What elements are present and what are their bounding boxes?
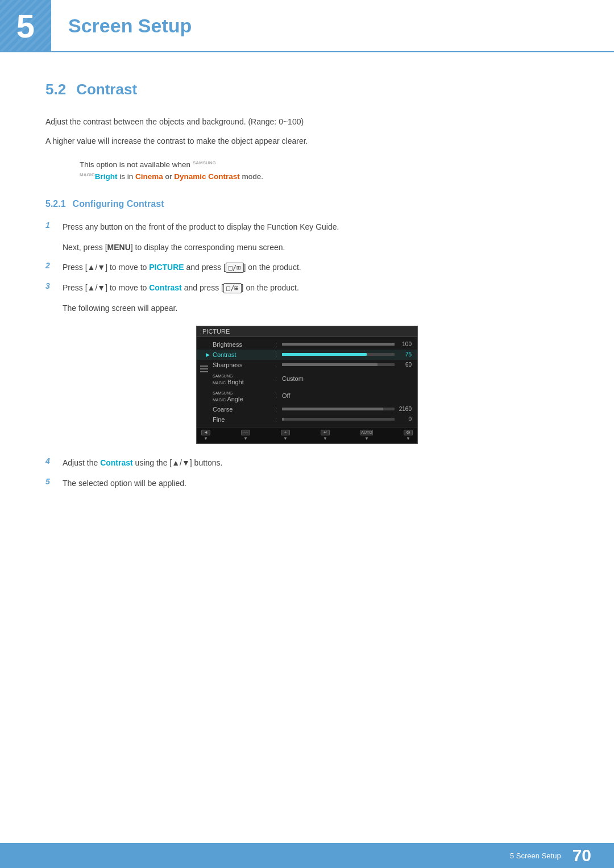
step4-contrast: Contrast — [100, 458, 133, 467]
row-label-fine: Fine — [213, 416, 275, 423]
footer-text: 5 Screen Setup — [510, 852, 561, 860]
row-colon-magic-angle: : — [275, 392, 282, 399]
row-colon-fine: : — [275, 416, 282, 423]
samsung-label: SAMSUNGMAGIC — [213, 374, 233, 385]
step-3: 3 Press [▲/▼] to move to Contrast and pr… — [45, 281, 569, 295]
btn-icon-4: ↵ — [321, 430, 330, 435]
btn-icon-auto-symbol: AUTO — [361, 430, 372, 434]
contrast-indicator: ▶ — [206, 352, 210, 358]
step-1-subtext: Next, press [MENU] to display the corres… — [63, 241, 569, 255]
bar-fill-contrast — [282, 353, 367, 356]
bar-value-contrast: 75 — [397, 351, 412, 358]
bar-track-contrast — [282, 353, 395, 356]
bottom-btn-auto: AUTO ▼ — [360, 430, 373, 441]
screen-title: PICTURE — [202, 328, 230, 335]
step3-key: □/⊞ — [223, 283, 242, 293]
note-text-pre: This option is not available when — [80, 160, 193, 169]
row-colon-magic-bright: : — [275, 375, 282, 382]
step-num-5: 5 — [45, 477, 63, 486]
screen-row-magic-angle: SAMSUNGMAGIC Angle : Off — [197, 387, 417, 404]
row-colon-sharpness: : — [275, 362, 282, 368]
row-bar-fine: 0 — [282, 416, 412, 422]
note-cinema: Cinema — [135, 172, 163, 181]
row-label-contrast: Contrast — [213, 351, 275, 358]
main-content: 5.2 Contrast Adjust the contrast between… — [0, 52, 614, 542]
btn-label-2: ▼ — [243, 436, 248, 441]
screen-rows: Brightness : 100 ▶ Contrast : — [197, 337, 417, 427]
step-num-2: 2 — [45, 261, 63, 270]
samsung-label-angle: SAMSUNGMAGIC — [213, 391, 233, 402]
bar-fill-brightness — [282, 343, 395, 346]
screen-menu-icon — [200, 366, 208, 372]
btn-icon-gear-symbol: ⚙ — [406, 430, 410, 435]
row-label-brightness: Brightness — [213, 341, 275, 348]
row-label-magic-bright: SAMSUNGMAGIC Bright — [213, 372, 275, 385]
bottom-btn-3: + ▼ — [281, 430, 290, 441]
row-label-coarse: Coarse — [213, 406, 275, 413]
bottom-btn-2: — ▼ — [241, 430, 250, 441]
step-text-1: Press any button on the front of the pro… — [63, 221, 569, 234]
step2-key: □/⊞ — [226, 263, 244, 273]
subsection-number: 5.2.1 — [45, 199, 66, 209]
row-bar-sharpness: 60 — [282, 362, 412, 368]
screen-row-coarse: Coarse : 2160 — [197, 404, 417, 414]
row-bar-brightness: 100 — [282, 341, 412, 347]
btn-icon-4-symbol: ↵ — [323, 430, 327, 435]
row-colon-coarse: : — [275, 406, 282, 413]
btn-icon-3-symbol: + — [284, 430, 287, 435]
row-label-sharpness: Sharpness — [213, 362, 275, 368]
note-box: This option is not available when SAMSUN… — [80, 159, 569, 183]
step-3-subtext: The following screen will appear. — [63, 302, 569, 315]
screen-bottom-bar: ◄ ▼ — ▼ + ▼ ↵ — [197, 427, 417, 443]
note-bright: Bright — [95, 172, 118, 181]
step-num-4: 4 — [45, 456, 63, 466]
bottom-btn-4: ↵ ▼ — [321, 430, 330, 441]
subsection-title: Configuring Contrast — [73, 199, 164, 209]
bar-value-fine: 0 — [397, 416, 412, 422]
step-4: 4 Adjust the Contrast using the [▲/▼] bu… — [45, 456, 569, 470]
row-bar-coarse: 2160 — [282, 406, 412, 412]
section-heading: 5.2 Contrast — [45, 81, 569, 98]
row-val-magic-angle: Off — [282, 392, 412, 399]
step-text-4: Adjust the Contrast using the [▲/▼] butt… — [63, 456, 569, 470]
chapter-title-area: Screen Setup — [51, 0, 614, 51]
monitor-screen: PICTURE Brightness : — [196, 326, 418, 444]
subsection-heading: 5.2.1 Configuring Contrast — [45, 199, 569, 209]
section-title: Contrast — [76, 81, 137, 98]
note-end: mode. — [242, 172, 264, 181]
page-footer: 5 Screen Setup 70 — [0, 843, 614, 868]
bar-value-brightness: 100 — [397, 341, 412, 347]
screen-row-fine: Fine : 0 — [197, 414, 417, 425]
bar-fill-sharpness — [282, 363, 377, 366]
step-num-3: 3 — [45, 281, 63, 290]
note-dynamic: Dynamic Contrast — [174, 172, 240, 181]
note-or: or — [165, 172, 175, 181]
screen-row-contrast: ▶ Contrast : 75 — [197, 350, 417, 360]
step-text-5: The selected option will be applied. — [63, 477, 569, 491]
section-number: 5.2 — [45, 81, 66, 98]
step-1: 1 Press any button on the front of the p… — [45, 221, 569, 234]
bar-fill-coarse — [282, 408, 383, 410]
btn-label-1: ▼ — [204, 436, 208, 441]
bar-track-fine — [282, 418, 395, 421]
screen-row-magic-bright: SAMSUNGMAGIC Bright : Custom — [197, 370, 417, 387]
chapter-number: 5 — [16, 7, 35, 45]
step-5: 5 The selected option will be applied. — [45, 477, 569, 491]
screen-title-bar: PICTURE — [197, 326, 417, 337]
btn-label-gear: ▼ — [406, 436, 410, 441]
step3-contrast: Contrast — [149, 283, 182, 292]
chapter-title: Screen Setup — [68, 15, 192, 37]
screen-row-sharpness: Sharpness : 60 — [197, 360, 417, 370]
btn-label-auto: ▼ — [364, 436, 369, 441]
bar-fill-fine — [282, 418, 284, 421]
bar-track-coarse — [282, 408, 395, 410]
step-text-3: Press [▲/▼] to move to Contrast and pres… — [63, 281, 569, 295]
step-text-2: Press [▲/▼] to move to PICTURE and press… — [63, 261, 569, 275]
row-val-magic-bright: Custom — [282, 375, 412, 382]
step-2: 2 Press [▲/▼] to move to PICTURE and pre… — [45, 261, 569, 275]
bar-track-sharpness — [282, 363, 395, 366]
screen-row-brightness: Brightness : 100 — [197, 339, 417, 350]
bar-value-sharpness: 60 — [397, 362, 412, 368]
body-para2: A higher value will increase the contras… — [45, 135, 569, 148]
bottom-btn-gear: ⚙ ▼ — [404, 430, 413, 441]
